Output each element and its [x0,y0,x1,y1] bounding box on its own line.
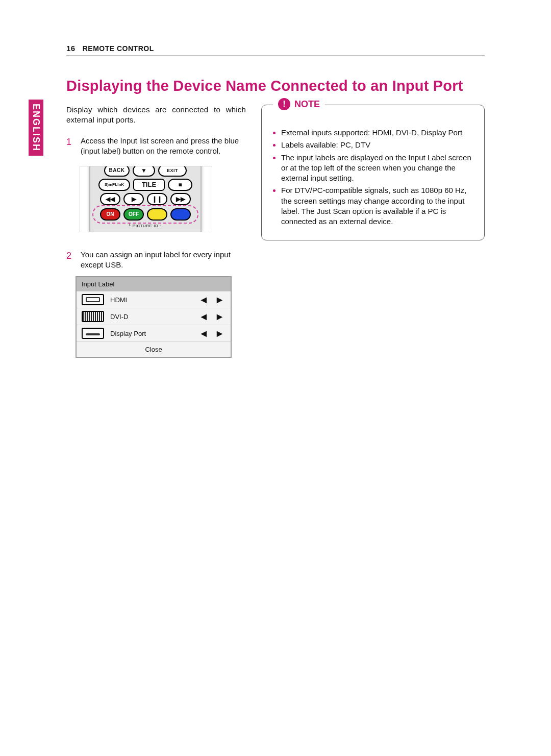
remote-tile-button: TILE [133,179,165,191]
step-2-text: You can assign an input label for every … [81,250,246,271]
hdmi-right-arrow-icon[interactable]: ▶ [217,296,222,304]
input-label-row-hdmi: HDMI ◀ ▶ [77,291,231,308]
hdmi-port-icon [82,294,104,305]
remote-yellow-button [147,208,167,221]
page-header-title: REMOTE CONTROL [83,44,154,53]
note-heading: ! NOTE [273,98,325,110]
remote-prev-button: ◀◀ [100,193,120,205]
intro-text: Display which devices are connected to w… [66,105,246,125]
remote-simplink-button: S)mPLInK [98,179,130,191]
note-title: NOTE [294,98,320,110]
note-item: External inputs supported: HDMI, DVI-D, … [273,128,473,138]
hdmi-left-arrow-icon[interactable]: ◀ [201,296,207,304]
note-box: ! NOTE External inputs supported: HDMI, … [261,105,485,240]
remote-pause-button: ❙❙ [147,193,167,205]
dp-right-arrow-icon[interactable]: ▶ [217,329,222,337]
page-number: 16 [66,44,76,53]
remote-next-button: ▶▶ [170,193,191,205]
remote-blue-button [170,208,191,221]
dp-port-icon [82,328,104,339]
dvid-right-arrow-icon[interactable]: ▶ [217,312,222,321]
remote-off-button: OFF [123,208,144,221]
dp-left-arrow-icon[interactable]: ◀ [201,329,207,337]
step-1-text: Access the Input list screen and press t… [81,136,246,157]
input-label-title: Input Label [77,277,231,291]
step-2: 2 You can assign an input label for ever… [66,250,246,271]
page-title: Displaying the Device Name Connected to … [66,78,463,94]
input-label-row-dp: Display Port ◀ ▶ [77,325,231,342]
remote-stop-button: ■ [168,179,192,191]
note-item: The input labels are displayed on the In… [273,153,473,184]
step-1-number: 1 [66,136,73,157]
remote-illustration: BACK ▼ EXIT S)mPLInK TILE ■ ◀◀ ▶ ❙❙ ▶▶ O… [80,166,212,232]
remote-play-button: ▶ [123,193,144,205]
remote-back-button: BACK [104,166,130,177]
input-label-panel: Input Label HDMI ◀ ▶ DVI-D ◀ ▶ Disp [76,276,232,358]
input-label-row-dvid: DVI-D ◀ ▶ [77,308,231,325]
note-item: For DTV/PC-compatible signals, such as 1… [273,185,473,227]
step-1: 1 Access the Input list screen and press… [66,136,246,157]
note-item: Labels available: PC, DTV [273,140,473,150]
dvid-label: DVI-D [110,313,159,321]
remote-exit-button: EXIT [158,166,187,177]
step-2-number: 2 [66,250,73,271]
left-column: Display which devices are connected to w… [66,105,246,358]
note-icon: ! [278,98,290,110]
dp-label: Display Port [110,330,159,337]
remote-on-button: ON [100,208,120,221]
right-column: ! NOTE External inputs supported: HDMI, … [261,105,485,358]
hdmi-label: HDMI [110,296,159,304]
dvid-port-icon [82,311,104,322]
page-header: 16 REMOTE CONTROL [66,44,485,56]
dvid-left-arrow-icon[interactable]: ◀ [201,312,207,321]
remote-picture-id-label: PICTURE ID [94,224,196,228]
language-tab: ENGLISH [29,100,43,156]
remote-down-button: ▼ [133,166,155,177]
input-label-close[interactable]: Close [77,342,231,357]
